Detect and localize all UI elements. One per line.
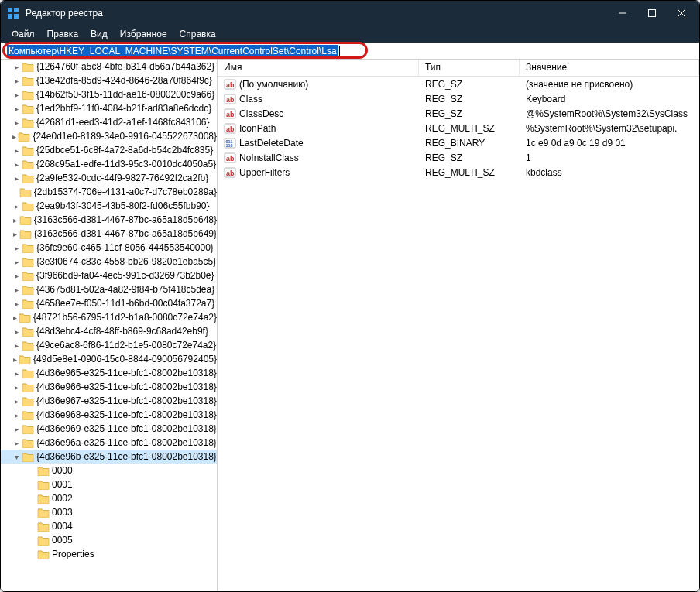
menu-help[interactable]: Справка [173,27,222,41]
value-row[interactable]: abUpperFiltersREG_MULTI_SZkbdclass [218,165,699,180]
folder-icon [37,465,50,476]
expand-icon[interactable]: ▸ [12,411,21,419]
expand-icon[interactable]: ▸ [12,439,21,447]
svg-rect-5 [649,10,656,17]
expand-icon[interactable]: ▸ [12,63,21,71]
tree-item[interactable]: ▸ {2ea9b43f-3045-43b5-80f2-fd06c55fbb90} [1,199,217,213]
values-pane[interactable]: Имя Тип Значение ab(По умолчанию)REG_SZ(… [218,60,699,591]
svg-text:ab: ab [226,155,235,163]
tree-item[interactable]: ▸ {48d3ebc4-4cf8-48ff-b869-9c68ad42eb9f} [1,324,217,338]
app-icon [7,7,19,19]
column-value[interactable]: Значение [520,60,699,76]
folder-icon [19,354,31,364]
tree-item[interactable]: ▸ {42681d1-eed3-41d2-a1ef-1468fc843106} [1,115,217,129]
expand-icon[interactable]: ▸ [12,202,21,210]
expand-icon[interactable]: ▸ [12,104,21,113]
expand-icon[interactable]: ▸ [12,313,18,322]
expand-icon[interactable]: ▸ [12,146,21,155]
folder-icon [22,409,34,420]
tree-item[interactable]: ▸ {48721b56-6795-11d2-b1a8-0080c72e74a2} [1,310,217,324]
folder-icon [37,521,50,532]
value-row[interactable]: abIconPathREG_MULTI_SZ%SystemRoot%\Syste… [218,121,699,135]
expand-icon[interactable]: ▸ [12,174,21,183]
expand-icon[interactable]: ▸ [12,355,18,364]
menu-favorites[interactable]: Избранное [114,27,173,41]
tree-item[interactable]: ▾ {4d36e96b-e325-11ce-bfc1-08002be10318} [1,450,217,464]
expand-icon[interactable]: ▸ [12,160,21,169]
tree-item[interactable]: ▸ {4658ee7e-f050-11d1-b6bd-00c04fa372a7} [1,296,217,310]
tree-item[interactable]: 0001 [1,477,217,491]
tree-item[interactable]: ▸ {4d36e96a-e325-11ce-bfc1-08002be10318} [1,436,217,450]
tree-item[interactable]: 0003 [1,505,217,519]
close-button[interactable] [664,1,699,26]
folder-icon [22,284,34,295]
expand-icon[interactable]: ▾ [12,453,21,461]
tree-item[interactable]: ▸ {49ce6ac8-6f86-11d2-b1e5-0080c72e74a2} [1,338,217,352]
column-type[interactable]: Тип [419,60,520,76]
expand-icon[interactable]: ▸ [12,327,21,336]
binary-icon: 011110 [224,137,236,149]
folder-icon [37,507,50,518]
address-input[interactable] [4,43,695,59]
tree-item[interactable]: ▸ {1ed2bbf9-11f0-4084-b21f-ad83a8e6dcdc} [1,101,217,115]
tree-item[interactable]: 0005 [1,533,217,547]
tree-item[interactable]: ▸ {13e42dfa-85d9-424d-8646-28a70f864f9c} [1,74,217,87]
tree-item[interactable]: ▸ {3f966bd9-fa04-4ec5-991c-d326973b2b0e} [1,269,217,282]
expand-icon[interactable]: ▸ [12,397,21,406]
menu-view[interactable]: Вид [84,27,114,41]
expand-icon[interactable]: ▸ [12,383,21,392]
tree-item[interactable]: {2db15374-706e-4131-a0c7-d7c78eb0289a} [1,185,217,199]
value-row[interactable]: ab(По умолчанию)REG_SZ(значение не присв… [218,77,699,91]
folder-icon [22,270,34,281]
tree-item[interactable]: Properties [1,547,217,561]
tree-item[interactable]: ▸ {14b62f50-3f15-11dd-ae16-0800200c9a66} [1,87,217,101]
tree-item-label: {48d3ebc4-4cf8-48ff-b869-9c68ad42eb9f} [36,326,208,337]
tree-item[interactable]: ▸ {36fc9e60-c465-11cf-8056-444553540000} [1,241,217,255]
tree-item[interactable]: ▸ {24e0d1e0-8189-34e0-9916-045522673008} [1,129,217,143]
tree-item[interactable]: ▸ {2a9fe532-0cdc-44f9-9827-76492f2ca2fb} [1,171,217,185]
expand-icon[interactable]: ▸ [12,91,21,99]
tree-item[interactable]: ▸ {43675d81-502a-4a82-9f84-b75f418c5dea} [1,282,217,296]
expand-icon[interactable]: ▸ [12,341,21,350]
tree-item[interactable]: ▸ {4d36e965-e325-11ce-bfc1-08002be10318} [1,366,217,380]
expand-icon[interactable]: ▸ [12,272,21,280]
tree-item[interactable]: 0004 [1,519,217,533]
value-row[interactable]: abClassDescREG_SZ@%SystemRoot%\System32\… [218,106,699,121]
tree-item[interactable]: ▸ {4d36e968-e325-11ce-bfc1-08002be10318} [1,408,217,422]
tree-item[interactable]: ▸ {1264760f-a5c8-4bfe-b314-d56a7b44a362} [1,60,217,74]
tree-item[interactable]: ▸ {4d36e966-e325-11ce-bfc1-08002be10318} [1,380,217,394]
expand-icon[interactable]: ▸ [12,77,21,85]
value-row[interactable]: 011110LastDeleteDateREG_BINARY1c e9 0d a… [218,135,699,150]
expand-icon[interactable]: ▸ [12,425,21,433]
tree-item[interactable]: ▸ {268c95a1-edfe-11d3-95c3-0010dc4050a5} [1,157,217,171]
svg-text:ab: ab [226,169,235,177]
value-data: @%SystemRoot%\System32\SysClass [520,108,699,119]
value-row[interactable]: abNoInstallClassREG_SZ1 [218,150,699,165]
tree-item[interactable]: ▸ {49d5e8e1-0906-15c0-8844-090056792405} [1,352,217,366]
window-title: Редактор реестра [26,8,605,19]
menu-edit[interactable]: Правка [41,27,85,41]
column-name[interactable]: Имя [218,60,419,76]
expand-icon[interactable]: ▸ [12,258,21,266]
expand-icon[interactable]: ▸ [12,216,19,224]
tree-item[interactable]: ▸ {4d36e969-e325-11ce-bfc1-08002be10318} [1,422,217,436]
tree-item[interactable]: ▸ {3e3f0674-c83c-4558-bb26-9820e1eba5c5} [1,255,217,269]
tree-item[interactable]: ▸ {4d36e967-e325-11ce-bfc1-08002be10318} [1,394,217,408]
expand-icon[interactable]: ▸ [12,118,21,127]
folder-icon [22,89,34,100]
expand-icon[interactable]: ▸ [12,369,21,378]
tree-item[interactable]: ▸ {3163c566-d381-4467-87bc-a65a18d5b648} [1,213,217,227]
tree-item[interactable]: ▸ {3163c566-d381-4467-87bc-a65a18d5b649} [1,227,217,241]
tree-item[interactable]: 0000 [1,464,217,477]
value-row[interactable]: abClassREG_SZKeyboard [218,91,699,106]
expand-icon[interactable]: ▸ [12,299,21,308]
tree-item[interactable]: 0002 [1,491,217,505]
tree-item[interactable]: ▸ {25dbce51-6c8f-4a72-8a6d-b54c2b4fc835} [1,143,217,157]
tree-pane[interactable]: ▸ {1264760f-a5c8-4bfe-b314-d56a7b44a362}… [1,60,218,591]
expand-icon[interactable]: ▸ [12,230,19,238]
expand-icon[interactable]: ▸ [12,244,21,252]
menu-file[interactable]: Файл [5,27,41,41]
expand-icon[interactable]: ▸ [12,286,21,294]
value-name: IconPath [239,123,276,134]
expand-icon[interactable]: ▸ [12,132,17,141]
